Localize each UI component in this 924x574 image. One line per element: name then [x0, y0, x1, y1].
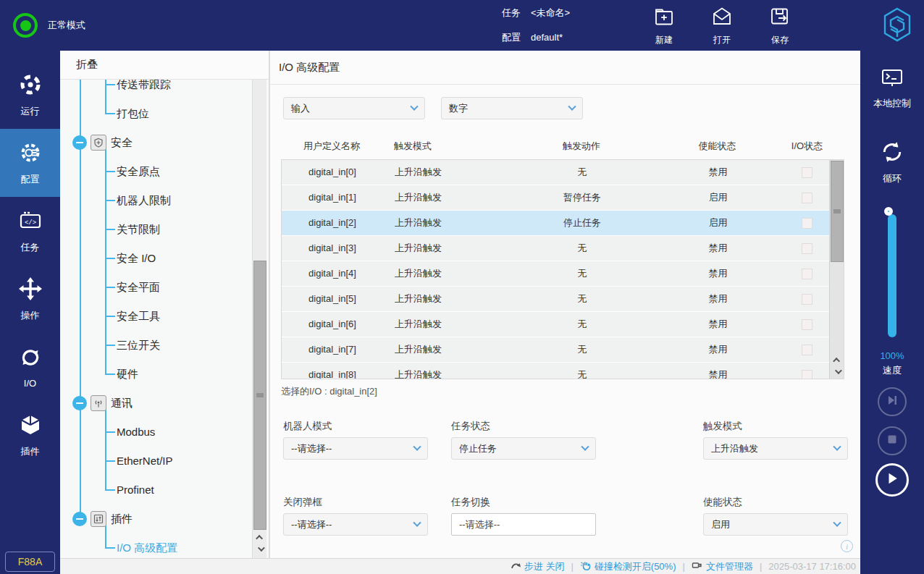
file-manager-button[interactable]: 文件管理器	[692, 560, 753, 573]
tree-item-safety-io[interactable]: 安全 I/O	[117, 250, 156, 267]
sidebar-item-label: 配置	[21, 173, 40, 186]
config-label: 配置	[502, 31, 521, 43]
io-state-checkbox[interactable]	[802, 319, 812, 330]
table-row-selected[interactable]: digital_in[2] 上升沿触发 停止任务 启用	[282, 211, 829, 236]
enable-state-select[interactable]: 启用	[703, 513, 848, 536]
tree-item-profinet[interactable]: Profinet	[117, 481, 154, 499]
open-label: 打开	[713, 34, 731, 46]
cell-trigger-mode: 上升沿触发	[383, 261, 513, 286]
collision-detection-toggle[interactable]: 碰撞检测开启(50%)	[580, 560, 676, 573]
table-row[interactable]: digital_in[1] 上升沿触发 暂停任务 启用	[282, 185, 829, 211]
save-button[interactable]: 保存	[757, 6, 802, 46]
tree-item-joint-limits[interactable]: 关节限制	[117, 221, 160, 238]
task-state-select[interactable]: 停止任务	[451, 437, 596, 460]
table-row[interactable]: digital_in[3] 上升沿触发 无 禁用	[282, 236, 829, 261]
cell-enable-state: 启用	[651, 211, 785, 235]
sidebar-item-label: 任务	[21, 241, 40, 254]
table-row[interactable]: digital_in[5] 上升沿触发 无 禁用	[282, 287, 829, 312]
io-type-select[interactable]: 数字	[441, 97, 583, 119]
config-value: default*	[531, 31, 563, 43]
sidebar-item-label: I/O	[24, 378, 36, 389]
step-toggle[interactable]: 步进 关闭	[511, 560, 565, 573]
table-row[interactable]: digital_in[4] 上升沿触发 无 禁用	[282, 261, 829, 287]
step-button[interactable]	[878, 387, 907, 416]
new-button[interactable]: 新建	[642, 6, 686, 46]
io-state-checkbox[interactable]	[802, 345, 812, 355]
device-code-button[interactable]: F88A	[5, 552, 55, 572]
io-state-checkbox[interactable]	[802, 370, 812, 380]
collapse-button[interactable]: 折叠	[60, 51, 269, 80]
tree-item-communication[interactable]: 通讯	[111, 394, 133, 412]
robot-mode-select[interactable]: --请选择--	[283, 437, 428, 460]
local-control-button[interactable]: 本地控制	[860, 68, 924, 110]
tree-collapse-node[interactable]	[72, 135, 87, 150]
status-indicator-icon[interactable]	[13, 13, 38, 38]
scroll-up-button[interactable]	[830, 354, 844, 366]
status-bar: 步进 关闭 | 碰撞检测开启(50%) | 文件管理器 | 2025-03-17…	[60, 558, 860, 574]
tree-connector-line	[105, 460, 115, 462]
antenna-icon	[91, 395, 106, 411]
io-state-checkbox[interactable]	[802, 269, 812, 279]
speed-slider-handle[interactable]	[884, 207, 893, 216]
cell-name: digital_in[1]	[282, 185, 383, 210]
gear-icon	[18, 140, 43, 168]
tree-item-safety-plane[interactable]: 安全平面	[117, 279, 160, 296]
tree-scrollbar[interactable]	[252, 80, 266, 558]
loop-button[interactable]: 循环	[860, 139, 924, 185]
tree-item-conveyor-tracking[interactable]: 传送带跟踪	[117, 80, 171, 93]
tree-item-safety-tool[interactable]: 安全工具	[117, 308, 160, 325]
table-row[interactable]: digital_in[8] 上升沿触发 无 禁用	[282, 363, 829, 379]
tree-item-modbus[interactable]: Modbus	[117, 423, 155, 441]
move-arrows-icon	[18, 277, 43, 304]
sidebar-item-config[interactable]: 配置	[0, 129, 60, 197]
play-button[interactable]	[875, 463, 909, 497]
enable-state-value: 启用	[711, 518, 730, 531]
io-direction-select[interactable]: 输入	[283, 97, 425, 119]
tree-scrollbar-thumb[interactable]	[253, 261, 266, 530]
scroll-down-button[interactable]	[253, 543, 267, 554]
sidebar-item-io[interactable]: I/O	[0, 333, 60, 401]
tree-item-hardware[interactable]: 硬件	[117, 366, 138, 383]
io-state-checkbox[interactable]	[802, 294, 812, 305]
sidebar-item-operate[interactable]: 操作	[0, 265, 60, 333]
speed-slider-track[interactable]	[888, 214, 896, 337]
task-switch-label: 任务切换	[451, 496, 490, 509]
sidebar-item-run[interactable]: 运行	[0, 61, 60, 129]
sidebar-item-plugin[interactable]: 插件	[0, 401, 60, 469]
table-scrollbar-thumb[interactable]	[831, 161, 844, 262]
scroll-up-button[interactable]	[253, 531, 267, 543]
cell-io-state	[785, 312, 829, 337]
sidebar-item-task[interactable]: </> 任务	[0, 197, 60, 265]
chevron-down-icon	[581, 442, 589, 450]
trigger-mode-label: 触发模式	[703, 420, 742, 433]
info-icon[interactable]: i	[841, 540, 853, 552]
table-row[interactable]: digital_in[0] 上升沿触发 无 禁用	[282, 160, 829, 185]
tree-item-pack-position[interactable]: 打包位	[117, 105, 149, 122]
io-state-checkbox[interactable]	[802, 193, 812, 203]
tree-item-three-position-switch[interactable]: 三位开关	[117, 337, 160, 354]
tree-collapse-node[interactable]	[72, 512, 87, 526]
stop-button[interactable]	[878, 426, 907, 455]
tree-item-io-advanced-config[interactable]: I/O 高级配置	[117, 539, 177, 557]
table-scrollbar[interactable]	[829, 160, 844, 379]
tree-connector-line	[105, 287, 115, 288]
tree-item-safety-home[interactable]: 安全原点	[117, 163, 160, 180]
table-row[interactable]: digital_in[7] 上升沿触发 无 禁用	[282, 337, 829, 363]
table-row[interactable]: digital_in[6] 上升沿触发 无 禁用	[282, 312, 829, 337]
close-popup-select[interactable]: --请选择--	[283, 513, 428, 536]
tree-item-robot-limits[interactable]: 机器人限制	[117, 192, 171, 209]
open-button[interactable]: 打开	[700, 6, 744, 46]
tree-item-ethernet-ip[interactable]: EtherNet/IP	[117, 452, 173, 470]
scroll-down-button[interactable]	[830, 366, 844, 377]
table-header: 用户定义名称 触发模式 触发动作 使能状态 I/O状态	[281, 133, 844, 159]
io-state-checkbox[interactable]	[802, 243, 812, 254]
tree-collapse-node[interactable]	[72, 396, 87, 410]
tree-item-plugin[interactable]: 插件	[111, 510, 133, 528]
io-state-checkbox[interactable]	[802, 167, 812, 178]
plugin-box-icon	[91, 511, 106, 527]
file-manager-text: 文件管理器	[706, 560, 753, 573]
task-switch-input[interactable]	[451, 513, 596, 536]
io-state-checkbox[interactable]	[802, 218, 812, 229]
trigger-mode-select[interactable]: 上升沿触发	[703, 437, 848, 460]
tree-item-safety[interactable]: 安全	[111, 134, 133, 151]
